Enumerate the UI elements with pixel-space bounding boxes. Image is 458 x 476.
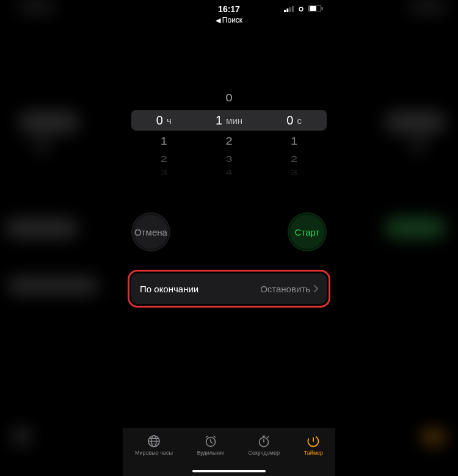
alarm-icon <box>203 434 218 449</box>
back-caret-icon: ◀ <box>216 16 220 24</box>
status-right <box>284 4 323 14</box>
svg-rect-3 <box>292 6 294 12</box>
seconds-unit: с <box>297 115 302 126</box>
tab-world-clock[interactable]: Мировые часы <box>135 434 173 456</box>
duration-picker: 0ч 1 2 3 0 1мин 2 3 4 0с 1 2 3 <box>131 85 327 183</box>
minutes-selected: 1 <box>216 114 222 128</box>
tab-stopwatch[interactable]: Секундомер <box>249 434 280 456</box>
cancel-button[interactable]: Отмена <box>131 212 170 251</box>
stopwatch-icon <box>256 434 271 449</box>
hours-unit: ч <box>167 115 172 126</box>
when-timer-ends-row[interactable]: По окончании Остановить <box>131 273 327 304</box>
home-indicator[interactable] <box>192 470 266 472</box>
svg-rect-0 <box>284 10 286 12</box>
when-ends-value: Остановить <box>260 284 318 294</box>
minutes-column[interactable]: 0 1мин 2 3 4 <box>197 85 262 183</box>
status-time: 16:17 <box>218 4 240 14</box>
hours-column[interactable]: 0ч 1 2 3 <box>131 85 197 183</box>
when-ends-label: По окончании <box>140 284 198 294</box>
back-label: Поиск <box>222 16 242 24</box>
start-label: Старт <box>295 227 320 237</box>
start-button[interactable]: Старт <box>288 212 327 251</box>
status-bar: 16:17 <box>123 0 335 13</box>
svg-rect-2 <box>289 7 291 12</box>
minutes-unit: мин <box>226 115 242 126</box>
globe-icon <box>147 434 161 449</box>
hours-selected: 0 <box>156 114 163 128</box>
cancel-label: Отмена <box>134 227 167 237</box>
link-icon <box>297 4 305 14</box>
signal-icon <box>284 4 294 14</box>
seconds-column[interactable]: 0с 1 2 3 <box>261 85 327 183</box>
chevron-right-icon <box>314 284 318 294</box>
tab-timer[interactable]: Таймер <box>304 434 323 456</box>
timer-icon <box>306 434 321 449</box>
tab-alarm[interactable]: Будильник <box>197 434 224 456</box>
back-to-search[interactable]: ◀ Поиск <box>216 16 242 24</box>
svg-rect-6 <box>322 7 323 10</box>
svg-rect-1 <box>286 9 288 12</box>
seconds-selected: 0 <box>286 114 293 128</box>
battery-icon <box>308 4 323 14</box>
tab-bar: Мировые часы Будильник Секундомер Таймер <box>123 428 335 476</box>
svg-rect-5 <box>310 6 316 11</box>
phone-frame: 16:17 ◀ Поиск 0ч 1 2 3 0 1мин <box>123 0 335 476</box>
